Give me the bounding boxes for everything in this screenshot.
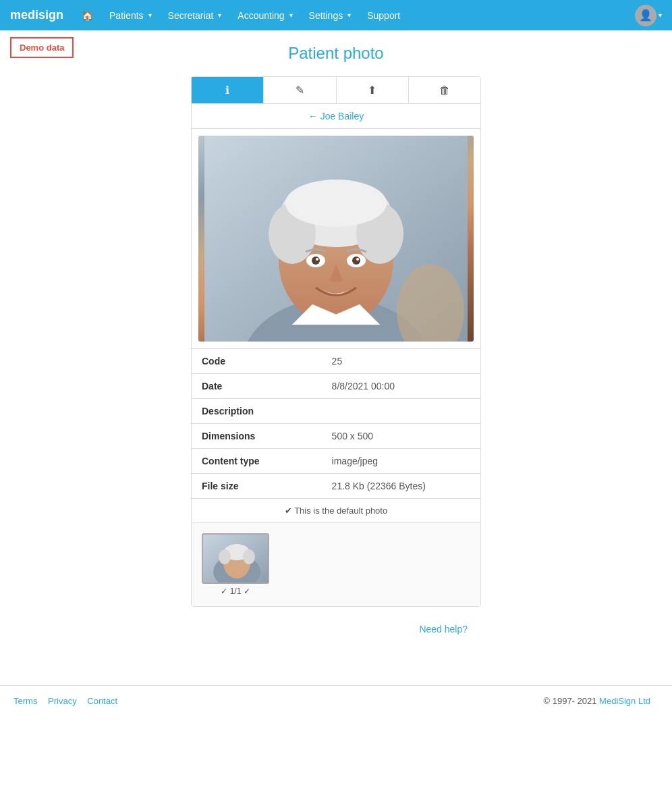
footer-terms-link[interactable]: Terms [13,696,37,706]
footer: Terms Privacy Contact © 1997- 2021 MediS… [0,685,672,716]
user-icon: 👤 [639,9,652,22]
table-row-dimensions: Dimensions 500 x 500 [192,424,480,449]
description-label: Description [192,399,322,424]
company-link[interactable]: MediSign Ltd [599,696,650,706]
footer-contact-link[interactable]: Contact [87,696,117,706]
nav-item-settings[interactable]: Settings ▾ [301,2,360,29]
table-row-code: Code 25 [192,349,480,374]
thumbnail-gallery: ✓ 1/1 ✓ [192,522,480,606]
svg-point-8 [285,180,387,227]
file-size-label: File size [192,474,322,499]
settings-caret: ▾ [347,11,351,19]
nav-home[interactable]: 🏠 [74,2,101,29]
svg-point-13 [316,258,318,261]
thumbnail-svg [203,535,269,584]
code-label: Code [192,349,322,374]
page-title: Patient photo [13,44,659,63]
navbar: medisign 🏠 Patients ▾ Secretariat ▾ Acco… [0,0,672,30]
default-photo-notice: ✔ This is the default photo [192,498,480,522]
home-link[interactable]: 🏠 [74,2,101,29]
info-table: Code 25 Date 8/8/2021 00:00 Description … [192,349,480,498]
need-help-section: Need help? [191,614,481,645]
table-row-description: Description [192,399,480,424]
edit-icon: ✎ [296,84,304,96]
delete-button[interactable]: 🗑 [409,77,480,103]
secretariat-caret: ▾ [218,11,221,19]
upload-icon: ⬆ [368,84,376,96]
dimensions-value: 500 x 500 [322,424,480,449]
patients-link[interactable]: Patients ▾ [101,2,160,29]
copyright-text: © 1997- 2021 [544,696,597,706]
info-icon: ℹ [225,84,229,96]
patient-photo-card: ℹ ✎ ⬆ 🗑 ← Joe Bailey [191,76,481,607]
svg-point-14 [356,258,359,261]
patient-photo-svg [198,136,474,342]
footer-links: Terms Privacy Contact [13,696,125,706]
user-caret-icon: ▾ [659,11,662,19]
card-toolbar: ℹ ✎ ⬆ 🗑 [192,77,480,104]
need-help-link[interactable]: Need help? [419,624,468,634]
table-row-date: Date 8/8/2021 00:00 [192,374,480,399]
nav-item-support[interactable]: Support [359,2,408,29]
thumbnail-item[interactable]: ✓ 1/1 ✓ [202,533,269,596]
brand-logo[interactable]: medisign [10,8,63,22]
date-value: 8/8/2021 00:00 [322,374,480,399]
patients-label: Patients [109,10,144,21]
settings-label: Settings [309,10,343,21]
footer-copyright: © 1997- 2021 MediSign Ltd [544,696,659,706]
home-icon: 🏠 [82,10,93,21]
svg-point-12 [352,256,360,265]
edit-button[interactable]: ✎ [264,77,336,103]
accounting-caret: ▾ [289,11,293,19]
thumbnail-label: ✓ 1/1 ✓ [221,587,250,596]
support-label: Support [367,10,400,21]
info-button[interactable]: ℹ [192,77,264,103]
secretariat-link[interactable]: Secretariat ▾ [160,2,230,29]
description-value [322,399,480,424]
delete-icon: 🗑 [439,84,450,96]
thumbnail-photo[interactable] [202,533,269,584]
svg-point-20 [219,549,231,564]
patients-caret: ▾ [148,11,152,19]
table-row-file-size: File size 21.8 Kb (22366 Bytes) [192,474,480,499]
nav-item-secretariat[interactable]: Secretariat ▾ [160,2,230,29]
file-size-value: 21.8 Kb (22366 Bytes) [322,474,480,499]
user-avatar[interactable]: 👤 [635,5,656,26]
svg-point-21 [243,549,255,564]
content-type-value: image/jpeg [322,449,480,474]
date-label: Date [192,374,322,399]
secretariat-label: Secretariat [168,10,214,21]
nav-item-accounting[interactable]: Accounting ▾ [229,2,300,29]
nav-item-patients[interactable]: Patients ▾ [101,2,160,29]
user-menu[interactable]: 👤 ▾ [635,5,662,26]
settings-link[interactable]: Settings ▾ [301,2,360,29]
upload-button[interactable]: ⬆ [337,77,409,103]
support-link[interactable]: Support [359,2,408,29]
nav-menu: 🏠 Patients ▾ Secretariat ▾ Accounting ▾ … [74,2,635,29]
content-type-label: Content type [192,449,322,474]
svg-point-11 [312,256,320,265]
table-row-content-type: Content type image/jpeg [192,449,480,474]
accounting-link[interactable]: Accounting ▾ [229,2,300,29]
code-value: 25 [322,349,480,374]
page-content: Patient photo ℹ ✎ ⬆ 🗑 ← Joe Bailey [0,30,672,658]
back-to-patient-link[interactable]: ← Joe Bailey [192,104,480,129]
footer-privacy-link[interactable]: Privacy [48,696,77,706]
patient-photo [198,136,474,342]
photo-area [192,129,480,349]
accounting-label: Accounting [237,10,284,21]
dimensions-label: Dimensions [192,424,322,449]
